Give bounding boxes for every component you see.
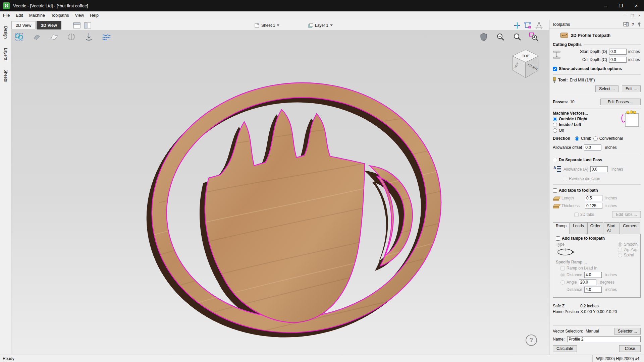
viewcube-top-label[interactable]: TOP — [522, 54, 529, 58]
zoom-extents-icon[interactable] — [512, 32, 523, 42]
toolpath-preview-icon[interactable] — [101, 32, 112, 42]
chevron-down-icon — [277, 24, 279, 26]
toolpath-name-label: Name: — [553, 337, 565, 342]
direction-conventional-radio[interactable] — [593, 136, 598, 141]
window-layout-vertical-icon[interactable] — [83, 21, 92, 29]
menu-toolpaths[interactable]: Toolpaths — [48, 11, 72, 20]
auto-hide-icon[interactable] — [623, 22, 629, 26]
tab-ramp[interactable]: Ramp — [553, 222, 570, 234]
last-pass-allowance-input[interactable] — [590, 166, 608, 172]
ramp-lead-in-checkbox — [560, 266, 565, 270]
snap-geometry-icon[interactable] — [524, 21, 532, 29]
machine-outside-radio[interactable] — [553, 117, 557, 121]
tool-select-button[interactable]: Select ... — [595, 85, 619, 92]
3d-viewport[interactable]: TOP LEFT FRONT ? — [11, 30, 549, 355]
menu-machine[interactable]: Machine — [26, 11, 48, 20]
isolate-shield-icon[interactable] — [478, 32, 489, 42]
menu-edit[interactable]: Edit — [13, 11, 26, 20]
menu-help[interactable]: Help — [87, 11, 102, 20]
close-button[interactable]: × — [629, 0, 644, 11]
sidebar-item-sheets[interactable]: Sheets — [2, 66, 9, 85]
ramp-spiral-radio — [618, 253, 622, 257]
tab-3d-view[interactable]: 3D View — [37, 21, 61, 29]
help-button[interactable]: ? — [526, 335, 537, 346]
material-plane-icon[interactable] — [48, 32, 60, 42]
design-3d-render[interactable] — [11, 30, 549, 355]
zoom-out-icon[interactable] — [495, 32, 506, 42]
tab-thickness-input[interactable] — [585, 203, 602, 209]
mdi-minimize-button[interactable]: – — [625, 13, 627, 18]
last-pass-icon: A — [553, 165, 561, 174]
add-tabs-checkbox[interactable] — [553, 188, 557, 193]
mdi-restore-button[interactable]: ❐ — [631, 13, 634, 18]
add-tabs-label: Add tabs to toolpath — [559, 188, 598, 193]
maximize-button[interactable]: ❐ — [613, 0, 629, 11]
tab-leads[interactable]: Leads — [570, 222, 587, 234]
cut-depth-input[interactable] — [609, 57, 627, 63]
last-pass-checkbox[interactable] — [553, 158, 557, 162]
menu-file[interactable]: File — [0, 11, 13, 20]
ramp-spiral-label: Spiral — [624, 253, 634, 257]
selector-button[interactable]: Selector ... — [614, 328, 641, 335]
window-layout-horizontal-icon[interactable] — [72, 21, 81, 29]
cutting-depths-icon — [553, 48, 561, 63]
edit-passes-button[interactable]: Edit Passes ... — [600, 99, 641, 105]
ramp-distance-input[interactable] — [584, 272, 602, 278]
sheet-selector[interactable]: Sheet 1 — [252, 21, 281, 29]
ramp-smooth-label: Smooth — [624, 242, 638, 247]
ramp-angle-radio — [560, 280, 565, 285]
zoom-box-icon[interactable] — [528, 32, 540, 42]
svg-text:A: A — [553, 166, 556, 170]
ramp-zigzag-radio — [618, 248, 622, 252]
sidebar-item-design[interactable]: Design — [2, 23, 9, 42]
show-advanced-label: Show advanced toolpath options — [559, 66, 622, 71]
direction-conventional-label: Conventional — [599, 136, 623, 141]
view-cube[interactable]: TOP LEFT FRONT — [509, 48, 542, 80]
status-ready: Ready — [0, 356, 14, 361]
snap-guides-icon[interactable] — [535, 21, 543, 29]
tab-length-input[interactable] — [585, 195, 602, 201]
ramp-angle-units: degrees — [598, 280, 614, 285]
machine-vectors-diagram — [621, 110, 640, 128]
home-position-label: Home Position — [553, 309, 580, 314]
ramp-distance2-units: inches — [604, 287, 617, 292]
tool-name: End Mill (1/8") — [570, 78, 595, 82]
home-position-value: X:0.00 Y:0.00 Z:0.20 — [580, 309, 641, 314]
ramp-zigzag-label: Zig Zag — [624, 247, 638, 252]
toolpath-name-input[interactable] — [567, 336, 641, 342]
minimize-button[interactable]: – — [598, 0, 613, 11]
vector-selection-value: Manual — [586, 329, 599, 334]
panel-help-icon[interactable]: ? — [632, 22, 634, 27]
select-vectors-icon[interactable] — [13, 32, 25, 42]
design-wood-faces[interactable] — [136, 64, 457, 351]
ramp-distance2-input[interactable] — [584, 287, 602, 293]
tab-corners[interactable]: Corners — [620, 222, 640, 234]
shading-sphere-icon[interactable] — [66, 32, 77, 42]
close-dialog-button[interactable]: Close — [619, 345, 641, 352]
tab-2d-view[interactable]: 2D View — [11, 21, 36, 29]
layer-selector[interactable]: Layer 1 — [306, 21, 335, 29]
add-ramps-checkbox[interactable] — [556, 236, 560, 241]
machine-on-radio[interactable] — [553, 128, 557, 133]
start-depth-input[interactable] — [609, 49, 627, 55]
set-drawing-plane-icon[interactable] — [31, 32, 42, 42]
menu-view[interactable]: View — [72, 11, 87, 20]
calculate-button[interactable]: Calculate — [553, 345, 577, 352]
tab-start-at[interactable]: Start At — [604, 222, 620, 234]
specify-ramp-label: Specify Ramp ... — [556, 260, 638, 264]
tab-order[interactable]: Order — [587, 222, 604, 234]
set-origin-icon[interactable] — [83, 32, 95, 42]
divider — [553, 154, 641, 154]
mdi-close-button[interactable]: × — [638, 13, 641, 18]
direction-climb-radio[interactable] — [575, 136, 579, 141]
ramp-angle-input[interactable] — [579, 279, 596, 285]
snap-toggle-icon[interactable] — [513, 21, 522, 29]
edit-tabs-button: Edit Tabs ... — [612, 211, 641, 218]
sidebar-item-layers[interactable]: Layers — [2, 45, 9, 63]
tool-edit-button[interactable]: Edit ... — [622, 85, 641, 92]
allowance-offset-label: Allowance offset — [553, 145, 582, 150]
pin-icon[interactable] — [637, 22, 641, 27]
machine-inside-radio[interactable] — [553, 123, 557, 127]
allowance-offset-input[interactable] — [584, 144, 601, 150]
show-advanced-checkbox[interactable] — [553, 67, 557, 71]
